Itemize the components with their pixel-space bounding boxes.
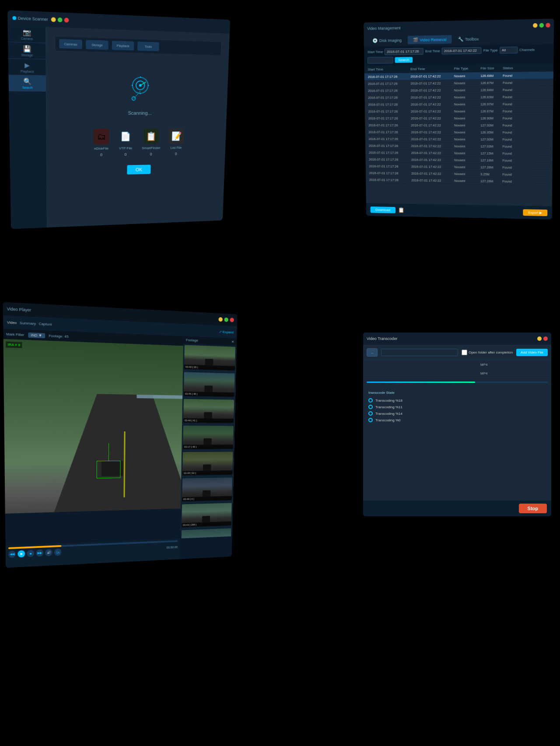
transcode-window: Video Transcoder ... Open folder after c… <box>363 333 551 516</box>
add-video-button[interactable]: Add Video File <box>516 349 548 356</box>
close-icon[interactable] <box>64 18 69 22</box>
state-dot-0 <box>368 398 373 403</box>
thumb-item[interactable]: 03:40 [ 29 ] <box>183 343 237 372</box>
retrieval-maximize-icon[interactable] <box>539 23 544 28</box>
scan-title: Device Scanner <box>18 16 48 22</box>
table-row[interactable]: 2016-07-01 17:17:26 2016-07-01 17:42:22 … <box>365 129 553 137</box>
retrieval-minimize-icon[interactable] <box>533 23 538 28</box>
sidebar-item-storage[interactable]: 💾 Storage <box>8 42 46 60</box>
thumb-item[interactable]: 03:45 [ 48 ] <box>182 371 236 398</box>
maximize-icon[interactable] <box>57 18 62 22</box>
sidebar-item-playback[interactable]: ▶ Playback <box>8 59 46 76</box>
table-row[interactable]: 2016-07-01 17:17:26 2016-07-01 17:42:22 … <box>364 94 553 102</box>
ok-button[interactable]: OK <box>127 165 150 174</box>
retrieval-window-controls <box>533 23 550 28</box>
toolbar-tools[interactable]: Tools <box>137 42 159 51</box>
video-close-icon[interactable] <box>230 318 234 322</box>
file-icons-row: 🗂 eDiskFile 0 📄 VTP File 0 📋 Sma <box>93 129 184 157</box>
stop-ctrl-btn[interactable]: ■ <box>27 550 34 557</box>
toolbar-playback[interactable]: Playback <box>112 41 134 50</box>
thumb-image: 03:17 [ 49 ] <box>183 426 234 449</box>
transcode-file-row[interactable]: MP4 <box>363 361 551 369</box>
thumb-image: 03:45 [ 48 ] <box>184 372 235 396</box>
open-folder-checkbox[interactable] <box>462 350 467 355</box>
table-row[interactable]: 2016-07-01 17:17:26 2016-07-01 17:42:22 … <box>365 115 553 122</box>
file-row-format-2: MP4 <box>480 371 515 375</box>
transcode-minimize-icon[interactable] <box>537 336 542 341</box>
file-type-input[interactable] <box>500 46 518 53</box>
retrieval-close-icon[interactable] <box>546 23 550 28</box>
transcode-progress-bar <box>367 382 548 383</box>
thumb-time-label: 03:40 [ 29 ] <box>184 364 235 370</box>
speed-btn[interactable]: 1x <box>54 549 61 556</box>
footage-count-label: Footage: 45 <box>49 333 68 338</box>
play-btn[interactable]: ▶ <box>18 550 25 557</box>
transcode-progress-fill <box>367 382 475 383</box>
video-info-overlay: IRA # 8 <box>6 341 22 348</box>
start-time-input[interactable] <box>385 48 424 55</box>
file-icon-edisk-label: eDiskFile <box>94 147 108 151</box>
thumb-item[interactable]: 03:17 [ 49 ] <box>182 424 234 451</box>
end-time-input[interactable] <box>442 47 482 55</box>
tab-video-retrieval[interactable]: 🎬 Video Retrieval <box>408 35 452 44</box>
scan-window: Device Scanner 📷 Camera 💾 Storage ▶ Play… <box>7 10 230 229</box>
state-dot-3 <box>368 418 373 422</box>
table-row[interactable]: 2016-07-01 17:17:26 2016-07-01 17:42:22 … <box>365 101 553 108</box>
transcode-title: Video Transcoder <box>367 336 397 341</box>
table-row[interactable]: 2016-07-01 17:17:26 2016-07-01 17:42:22 … <box>365 108 553 115</box>
file-icon-edisk: 🗂 eDiskFile 0 <box>93 129 109 157</box>
file-icon-list-count: 0 <box>175 152 177 156</box>
thumb-image: 03:48 [ 92 ] <box>182 452 233 475</box>
state-title: transcode State <box>368 391 546 395</box>
controls-buttons-row: ◀◀ ▶ ■ ▶▶ 🔊 1x 00:00:00 <box>8 543 178 558</box>
expand-btn[interactable]: ⤢ Expand <box>219 329 234 334</box>
file-icon-edisk-count: 0 <box>100 153 102 157</box>
thumb-item[interactable]: 03:48 [ 6 ] <box>181 476 234 503</box>
browse-button[interactable]: ... <box>367 348 378 357</box>
scan-window-controls <box>51 17 69 22</box>
thumbnail-close-icon[interactable]: ✕ <box>231 340 234 344</box>
transcode-file-row[interactable]: MP4 <box>363 369 551 378</box>
playback-controls: ◀◀ ▶ ■ ▶▶ 🔊 1x 00:00:00 <box>6 539 180 568</box>
download-button[interactable]: Download <box>371 207 396 213</box>
path-input[interactable] <box>381 349 458 356</box>
thumb-item[interactable]: 03:43 [ 288 ] <box>180 502 233 529</box>
state-item-2: Transcoding %14 <box>368 411 546 416</box>
search-button[interactable]: Search <box>395 57 413 63</box>
sidebar-item-search[interactable]: 🔍 Search <box>8 75 46 91</box>
transcode-close-icon[interactable] <box>543 336 548 341</box>
tab-disk-imaging[interactable]: 💿 Disk Imaging <box>367 36 407 45</box>
thumb-item[interactable]: 03:46 [ 41 ] <box>182 398 235 425</box>
sidebar-item-camera[interactable]: 📷 Camera <box>8 25 46 43</box>
timestamp-display: 00:00:00 <box>167 546 178 549</box>
thumb-time-label: 03:45 [ 48 ] <box>184 392 234 397</box>
sound-btn[interactable]: 🔊 <box>45 549 52 557</box>
file-type-label: File Type <box>483 48 498 53</box>
video-maximize-icon[interactable] <box>224 318 228 322</box>
channels-input[interactable] <box>368 57 393 64</box>
video-minimize-icon[interactable] <box>218 317 223 322</box>
ind-select[interactable]: IND ▼ <box>28 332 45 338</box>
copy-icon[interactable]: 📋 <box>398 207 404 213</box>
file-icon-smart-count: 0 <box>150 152 152 156</box>
file-icon-smart-label: SmartFinder <box>142 146 160 150</box>
next-frame-btn[interactable]: ▶▶ <box>36 550 43 557</box>
summary-label: Summary <box>20 321 36 326</box>
toolbar-cameras[interactable]: Cameras <box>59 39 82 49</box>
col-file-size: File Size <box>480 66 503 70</box>
table-row[interactable]: 2016-07-01 17:17:26 2016-07-01 17:42:22 … <box>365 122 553 129</box>
stop-button[interactable]: Stop <box>519 504 547 513</box>
retrieval-search-bar: Start Time End Time File Type Channels S… <box>364 44 554 66</box>
prev-frame-btn[interactable]: ◀◀ <box>8 550 16 558</box>
scan-sidebar: 📷 Camera 💾 Storage ▶ Playback 🔍 Search <box>8 25 47 229</box>
transcode-toolbar: ... Open folder after completion Add Vid… <box>363 345 551 361</box>
state-label-2: Transcoding %14 <box>375 412 402 416</box>
tab-toolbox[interactable]: 🔧 Toolbox <box>452 35 484 44</box>
toolbar-storage[interactable]: Storage <box>86 40 108 50</box>
export-button[interactable]: Export ▶ <box>523 209 547 216</box>
thumb-image: 03:40 [ 29 ] <box>184 345 235 370</box>
capture-label: Capture <box>39 322 52 326</box>
start-time-label: Start Time <box>368 50 383 54</box>
minimize-icon[interactable] <box>51 17 56 22</box>
thumb-item[interactable]: 03:48 [ 92 ] <box>181 451 234 477</box>
